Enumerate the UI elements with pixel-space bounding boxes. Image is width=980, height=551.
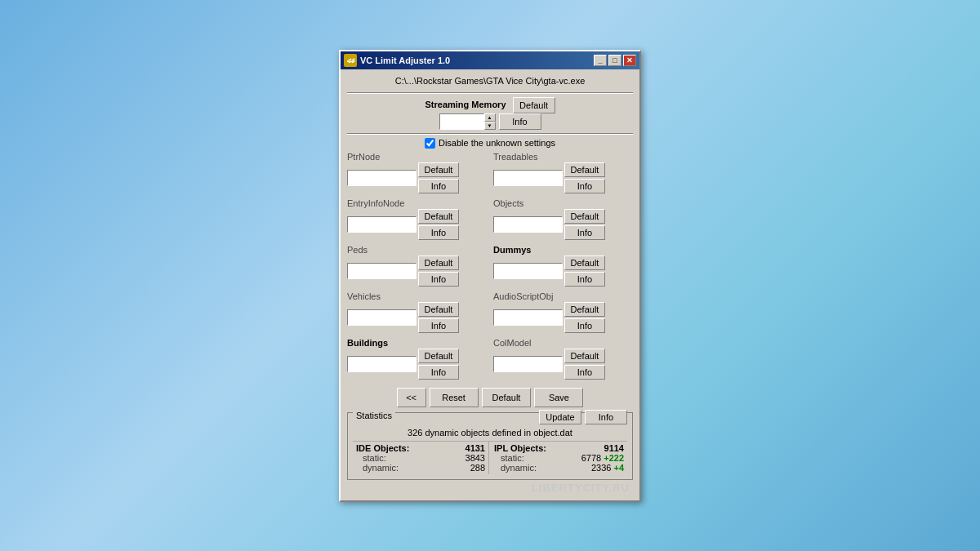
ipl-dynamic-bonus: +4 bbox=[613, 463, 624, 473]
buildings-label: Buildings bbox=[347, 338, 487, 348]
colmodel-input[interactable]: 4400 bbox=[493, 356, 563, 372]
ptrnode-row: 50000 Default Info bbox=[347, 162, 487, 193]
vehicles-label: Vehicles bbox=[347, 291, 487, 301]
field-objects: Objects 460 Default Info bbox=[493, 198, 633, 240]
streaming-row: 45 ▲ ▼ Info bbox=[439, 113, 541, 130]
checkbox-row: Disable the unknown settings bbox=[347, 138, 633, 149]
ide-column: IDE Objects: 4131 static: 3843 dynamic: … bbox=[353, 442, 489, 474]
ipl-dynamic-label: dynamic: bbox=[494, 463, 537, 473]
treadables-btns: Default Info bbox=[564, 162, 605, 193]
ide-static-row: static: 3843 bbox=[356, 453, 485, 463]
spin-arrows: ▲ ▼ bbox=[484, 113, 496, 130]
window-title: VC Limit Adjuster 1.0 bbox=[360, 56, 450, 65]
statistics-fieldset: Statistics Update Info 326 dynamic objec… bbox=[347, 412, 633, 480]
buildings-input[interactable]: 7000 bbox=[347, 356, 416, 372]
ptrnode-btns: Default Info bbox=[418, 162, 459, 193]
treadables-info-btn[interactable]: Info bbox=[564, 179, 605, 193]
ptrnode-input[interactable]: 50000 bbox=[347, 170, 416, 186]
vehicles-btns: Default Info bbox=[418, 302, 459, 333]
colmodel-row: 4400 Default Info bbox=[493, 349, 633, 380]
peds-info-btn[interactable]: Info bbox=[418, 272, 459, 287]
peds-input[interactable]: 140 bbox=[347, 263, 416, 279]
dummys-input[interactable]: 2340 bbox=[493, 263, 563, 279]
objects-input[interactable]: 460 bbox=[493, 216, 563, 233]
peds-default-btn[interactable]: Default bbox=[418, 256, 459, 270]
audioscriptobj-info-btn[interactable]: Info bbox=[564, 318, 605, 333]
buildings-info-btn[interactable]: Info bbox=[418, 365, 459, 380]
statistics-header: Statistics Update Info bbox=[353, 407, 627, 424]
statistics-info-button[interactable]: Info bbox=[585, 410, 627, 424]
entryinfonode-row: 3200 Default Info bbox=[347, 209, 487, 240]
spin-down[interactable]: ▼ bbox=[484, 122, 496, 130]
colmodel-btns: Default Info bbox=[564, 349, 605, 380]
entryinfonode-info-btn[interactable]: Info bbox=[418, 225, 459, 240]
audioscriptobj-btns: Default Info bbox=[564, 302, 605, 333]
window-body: C:\...\Rockstar Games\GTA Vice City\gta-… bbox=[341, 69, 639, 500]
ptrnode-default-btn[interactable]: Default bbox=[418, 162, 459, 177]
treadables-default-btn[interactable]: Default bbox=[564, 162, 605, 177]
default-button[interactable]: Default bbox=[482, 388, 532, 407]
divider-2 bbox=[347, 133, 633, 135]
dummys-default-btn[interactable]: Default bbox=[564, 256, 605, 270]
statistics-update-button[interactable]: Update bbox=[539, 410, 581, 424]
checkbox-label: Disable the unknown settings bbox=[439, 138, 555, 148]
peds-row: 140 Default Info bbox=[347, 256, 487, 287]
buildings-default-btn[interactable]: Default bbox=[418, 349, 459, 363]
statistics-legend: Statistics bbox=[353, 411, 395, 420]
entryinfonode-default-btn[interactable]: Default bbox=[418, 209, 459, 224]
reset-button[interactable]: Reset bbox=[430, 388, 479, 407]
vehicles-default-btn[interactable]: Default bbox=[418, 302, 459, 317]
title-bar-left: 🏎 VC Limit Adjuster 1.0 bbox=[344, 54, 450, 67]
audioscriptobj-label: AudioScriptObj bbox=[493, 291, 633, 301]
ide-label: IDE Objects: bbox=[356, 443, 409, 453]
field-audioscriptobj: AudioScriptObj 192 Default Info bbox=[493, 291, 633, 333]
ipl-dynamic-value: 2336 bbox=[591, 463, 611, 473]
streaming-info-button[interactable]: Info bbox=[499, 113, 541, 130]
ide-static-label: static: bbox=[356, 453, 386, 463]
save-button[interactable]: Save bbox=[534, 388, 583, 407]
audioscriptobj-input[interactable]: 192 bbox=[493, 309, 563, 326]
audioscriptobj-row: 192 Default Info bbox=[493, 302, 633, 333]
vehicles-info-btn[interactable]: Info bbox=[418, 318, 459, 333]
footer-brand: LIBERTYCITY.RU bbox=[347, 480, 633, 495]
vehicles-input[interactable]: 110 bbox=[347, 309, 416, 326]
field-entryinfonode: EntryInfoNode 3200 Default Info bbox=[347, 198, 487, 240]
spin-up[interactable]: ▲ bbox=[484, 113, 496, 122]
colmodel-info-btn[interactable]: Info bbox=[564, 365, 605, 380]
entryinfonode-label: EntryInfoNode bbox=[347, 198, 487, 208]
ipl-static-bonus: +222 bbox=[604, 453, 624, 463]
field-vehicles: Vehicles 110 Default Info bbox=[347, 291, 487, 333]
colmodel-label: ColModel bbox=[493, 338, 633, 348]
bottom-buttons: << Reset Default Save bbox=[347, 388, 633, 407]
objects-default-btn[interactable]: Default bbox=[564, 209, 605, 224]
entryinfonode-input[interactable]: 3200 bbox=[347, 216, 416, 233]
ide-dynamic-row: dynamic: 288 bbox=[356, 463, 485, 473]
vehicles-row: 110 Default Info bbox=[347, 302, 487, 333]
ipl-static-values: 6778 +222 bbox=[581, 453, 624, 463]
disable-unknown-checkbox[interactable] bbox=[425, 138, 435, 149]
objects-info-btn[interactable]: Info bbox=[564, 225, 605, 240]
dummys-info-btn[interactable]: Info bbox=[564, 272, 605, 287]
treadables-input[interactable]: 1 bbox=[493, 170, 563, 186]
ipl-header-row: IPL Objects: 9114 bbox=[494, 443, 624, 453]
streaming-input[interactable]: 45 bbox=[439, 113, 484, 130]
minimize-button[interactable]: _ bbox=[594, 55, 607, 66]
back-button[interactable]: << bbox=[397, 388, 426, 407]
objects-label: Objects bbox=[493, 198, 633, 208]
ptrnode-info-btn[interactable]: Info bbox=[418, 179, 459, 193]
statistics-buttons: Update Info bbox=[539, 407, 627, 424]
ide-header-row: IDE Objects: 4131 bbox=[356, 443, 485, 453]
colmodel-default-btn[interactable]: Default bbox=[564, 349, 605, 363]
statistics-grid: IDE Objects: 4131 static: 3843 dynamic: … bbox=[353, 441, 627, 474]
maximize-button[interactable]: □ bbox=[608, 55, 621, 66]
dummys-row: 2340 Default Info bbox=[493, 256, 633, 287]
treadables-label: Treadables bbox=[493, 152, 633, 162]
statistics-dynamic-text: 326 dynamic objects defined in object.da… bbox=[353, 428, 627, 438]
title-bar: 🏎 VC Limit Adjuster 1.0 _ □ ✕ bbox=[341, 51, 639, 69]
objects-row: 460 Default Info bbox=[493, 209, 633, 240]
close-button[interactable]: ✕ bbox=[623, 55, 636, 66]
streaming-default-button[interactable]: Default bbox=[513, 97, 555, 113]
audioscriptobj-default-btn[interactable]: Default bbox=[564, 302, 605, 317]
ide-value: 4131 bbox=[466, 443, 485, 453]
field-treadables: Treadables 1 Default Info bbox=[493, 152, 633, 193]
